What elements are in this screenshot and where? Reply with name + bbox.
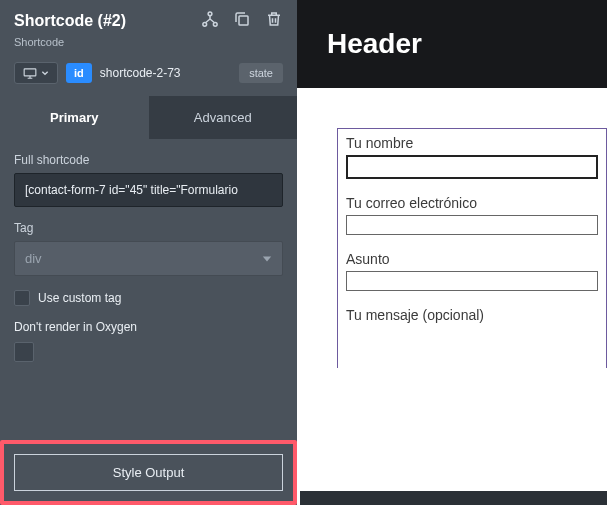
page-canvas: Header Tu nombre Tu correo electrónico A… bbox=[297, 0, 607, 505]
delete-icon[interactable] bbox=[265, 10, 283, 32]
full-shortcode-label: Full shortcode bbox=[14, 153, 283, 167]
tag-select-value: div bbox=[25, 251, 42, 266]
identity-row: id shortcode-2-73 state bbox=[0, 54, 297, 96]
form-email-input[interactable] bbox=[346, 215, 598, 235]
full-shortcode-field: Full shortcode bbox=[14, 153, 283, 207]
tab-primary[interactable]: Primary bbox=[0, 96, 149, 139]
id-badge[interactable]: id bbox=[66, 63, 92, 83]
page-body: Tu nombre Tu correo electrónico Asunto T… bbox=[297, 88, 607, 505]
app-root: Shortcode (#2) Shortcode bbox=[0, 0, 607, 505]
form-email-label: Tu correo electrónico bbox=[346, 195, 598, 211]
tag-label: Tag bbox=[14, 221, 283, 235]
sidebar-header: Shortcode (#2) Shortcode bbox=[0, 0, 297, 54]
element-id: shortcode-2-73 bbox=[100, 66, 231, 80]
chevron-down-icon bbox=[262, 254, 272, 264]
element-title: Shortcode (#2) bbox=[14, 12, 126, 30]
tab-advanced[interactable]: Advanced bbox=[149, 96, 298, 139]
properties-sidebar: Shortcode (#2) Shortcode bbox=[0, 0, 297, 505]
page-title: Header bbox=[327, 28, 422, 59]
tag-select[interactable]: div bbox=[14, 241, 283, 276]
style-output-button[interactable]: Style Output bbox=[14, 454, 283, 491]
bottom-bar bbox=[300, 491, 607, 505]
page-header: Header bbox=[297, 0, 607, 88]
element-type-label: Shortcode bbox=[14, 36, 283, 48]
form-message-label: Tu mensaje (opcional) bbox=[346, 307, 598, 323]
svg-rect-4 bbox=[24, 69, 36, 76]
tag-field: Tag div bbox=[14, 221, 283, 276]
settings-tabs: Primary Advanced bbox=[0, 96, 297, 139]
style-output-region: Style Output bbox=[0, 440, 297, 505]
contact-form-element[interactable]: Tu nombre Tu correo electrónico Asunto T… bbox=[337, 128, 607, 368]
full-shortcode-input[interactable] bbox=[14, 173, 283, 207]
form-subject-input[interactable] bbox=[346, 271, 598, 291]
svg-rect-3 bbox=[239, 16, 248, 25]
duplicate-icon[interactable] bbox=[233, 10, 251, 32]
dont-render-label: Don't render in Oxygen bbox=[14, 320, 283, 334]
form-name-input[interactable] bbox=[346, 155, 598, 179]
form-subject-label: Asunto bbox=[346, 251, 598, 267]
dont-render-checkbox[interactable] bbox=[14, 342, 34, 362]
state-button[interactable]: state bbox=[239, 63, 283, 83]
svg-point-0 bbox=[208, 12, 212, 16]
use-custom-tag-checkbox[interactable] bbox=[14, 290, 30, 306]
form-name-label: Tu nombre bbox=[346, 135, 598, 151]
use-custom-tag-label: Use custom tag bbox=[38, 291, 121, 305]
structure-icon[interactable] bbox=[201, 10, 219, 32]
use-custom-tag-row[interactable]: Use custom tag bbox=[14, 290, 283, 306]
header-actions bbox=[201, 10, 283, 32]
dont-render-field: Don't render in Oxygen bbox=[14, 320, 283, 362]
breakpoint-selector[interactable] bbox=[14, 62, 58, 84]
